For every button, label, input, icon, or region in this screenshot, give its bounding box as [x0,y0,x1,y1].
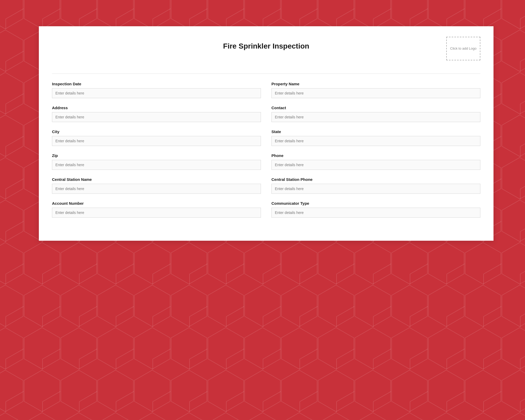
label-account-number: Account Number [52,201,261,206]
label-city: City [52,129,261,134]
input-zip[interactable] [52,160,261,170]
label-state: State [271,129,480,134]
form-field-phone: Phone [271,153,480,170]
input-account-number[interactable] [52,208,261,218]
form-divider [52,74,480,74]
form-field-inspection-date: Inspection Date [52,82,261,98]
label-phone: Phone [271,153,480,158]
input-central-station-phone[interactable] [271,184,480,194]
label-address: Address [52,106,261,110]
input-communicator-type[interactable] [271,208,480,218]
form-field-central-station-name: Central Station Name [52,177,261,194]
form-field-account-number: Account Number [52,201,261,218]
form-title: Fire Sprinkler Inspection [223,37,309,50]
label-zip: Zip [52,153,261,158]
label-central-station-phone: Central Station Phone [271,177,480,182]
form-field-city: City [52,129,261,146]
input-contact[interactable] [271,112,480,122]
input-central-station-name[interactable] [52,184,261,194]
form-container: Fire Sprinkler Inspection Click to add L… [39,26,494,241]
form-field-zip: Zip [52,153,261,170]
form-field-central-station-phone: Central Station Phone [271,177,480,194]
form-field-property-name: Property Name [271,82,480,98]
input-state[interactable] [271,136,480,146]
form-header: Fire Sprinkler Inspection Click to add L… [52,37,480,63]
form-field-communicator-type: Communicator Type [271,201,480,218]
label-communicator-type: Communicator Type [271,201,480,206]
label-central-station-name: Central Station Name [52,177,261,182]
form-field-contact: Contact [271,106,480,122]
logo-placeholder[interactable]: Click to add Logo [446,37,480,60]
input-property-name[interactable] [271,88,480,98]
form-grid: Inspection DateProperty NameAddressConta… [52,82,480,225]
label-inspection-date: Inspection Date [52,82,261,86]
label-property-name: Property Name [271,82,480,86]
label-contact: Contact [271,106,480,110]
input-city[interactable] [52,136,261,146]
form-field-address: Address [52,106,261,122]
input-address[interactable] [52,112,261,122]
form-field-state: State [271,129,480,146]
input-phone[interactable] [271,160,480,170]
input-inspection-date[interactable] [52,88,261,98]
